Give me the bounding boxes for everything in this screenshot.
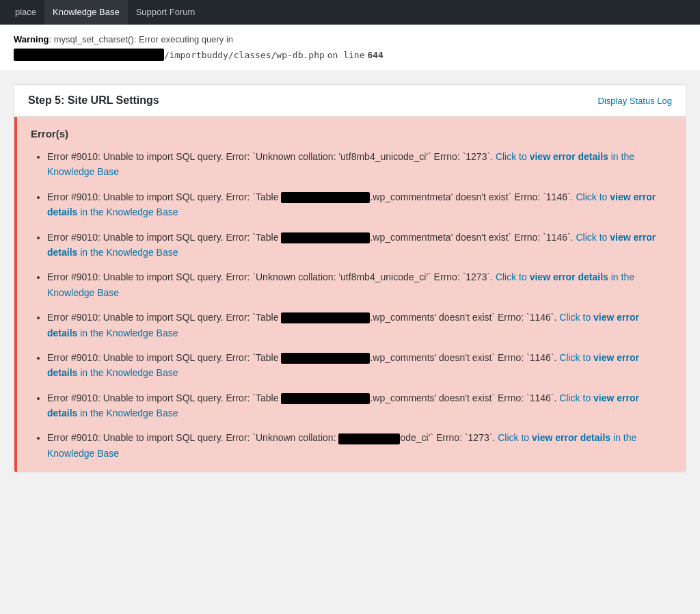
error-link-bold-1: view error details (530, 151, 608, 162)
error-text-2: Error #9010: Unable to import SQL query.… (47, 191, 576, 202)
nav-item-knowledge-base[interactable]: Knowledge Base (44, 0, 128, 25)
warning-area: Warning: mysql_set_charset(): Error exec… (0, 25, 700, 70)
error-item-8: Error #9010: Unable to import SQL query.… (47, 430, 672, 461)
step-box: Step 5: Site URL Settings Display Status… (14, 84, 686, 472)
error-item-5: Error #9010: Unable to import SQL query.… (47, 310, 672, 341)
nav-item-place[interactable]: place (7, 0, 44, 25)
redacted-5 (281, 312, 370, 323)
error-panel-title: Error(s) (31, 128, 672, 139)
error-item-3: Error #9010: Unable to import SQL query.… (47, 230, 672, 261)
main-content: Step 5: Site URL Settings Display Status… (0, 70, 700, 486)
warning-label: Warning (14, 34, 49, 44)
error-text-6: Error #9010: Unable to import SQL query.… (47, 352, 559, 363)
redacted-7 (281, 393, 370, 404)
redacted-2 (281, 192, 370, 203)
error-text-5: Error #9010: Unable to import SQL query.… (47, 312, 559, 323)
step-header: Step 5: Site URL Settings Display Status… (14, 85, 686, 117)
error-item-6: Error #9010: Unable to import SQL query.… (47, 350, 672, 381)
nav-item-support-forum[interactable]: Support Forum (128, 0, 204, 25)
error-link-bold-8: view error details (532, 432, 610, 443)
error-link-bold-4: view error details (530, 271, 608, 282)
warning-path-line: /importbuddy/classes/wp-db.php on line 6… (14, 49, 686, 61)
top-nav: place Knowledge Base Support Forum (0, 0, 700, 25)
warning-message: Warning: mysql_set_charset(): Error exec… (14, 34, 686, 44)
error-item-1: Error #9010: Unable to import SQL query.… (47, 149, 672, 180)
path-redacted (14, 49, 164, 61)
error-text-7: Error #9010: Unable to import SQL query.… (47, 392, 559, 403)
error-item-4: Error #9010: Unable to import SQL query.… (47, 269, 672, 300)
error-panel: Error(s) Error #9010: Unable to import S… (14, 117, 686, 472)
redacted-3 (281, 232, 370, 243)
error-text-8: Error #9010: Unable to import SQL query.… (47, 432, 498, 443)
warning-path-suffix: /importbuddy/classes/wp-db.php (164, 50, 325, 60)
error-list: Error #9010: Unable to import SQL query.… (31, 149, 672, 461)
error-text-1: Error #9010: Unable to import SQL query.… (47, 151, 496, 162)
error-item-2: Error #9010: Unable to import SQL query.… (47, 189, 672, 220)
error-item-7: Error #9010: Unable to import SQL query.… (47, 390, 672, 421)
redacted-8 (338, 433, 400, 444)
step-title: Step 5: Site URL Settings (28, 94, 159, 107)
error-text-3: Error #9010: Unable to import SQL query.… (47, 232, 576, 243)
error-text-4: Error #9010: Unable to import SQL query.… (47, 271, 496, 282)
redacted-6 (281, 353, 370, 364)
display-status-log-link[interactable]: Display Status Log (598, 96, 672, 106)
warning-on-label: on line (327, 50, 365, 60)
warning-line-number: 644 (367, 50, 383, 60)
